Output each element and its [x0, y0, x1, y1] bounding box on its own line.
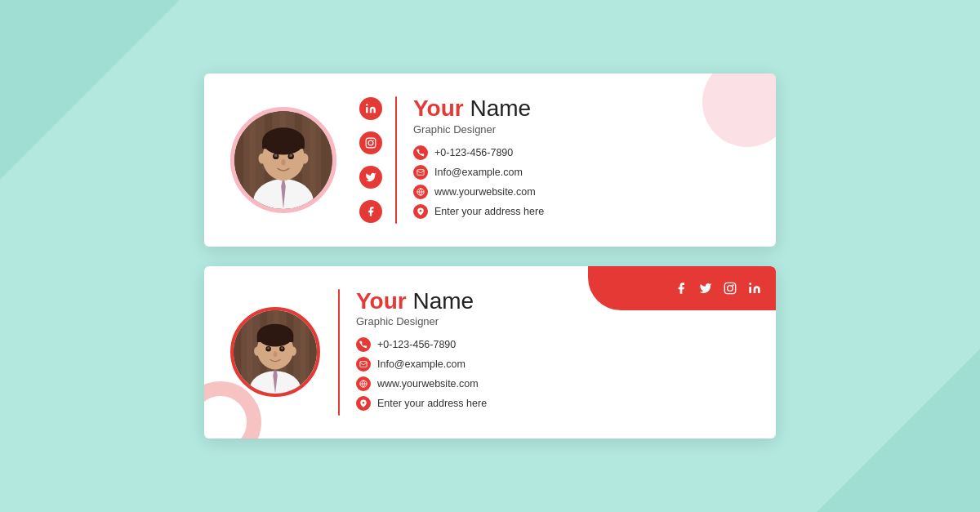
address-text-card2: Enter your address here	[377, 398, 487, 409]
svg-rect-41	[310, 310, 317, 394]
svg-rect-1	[234, 111, 243, 209]
svg-point-32	[733, 284, 734, 286]
website-row-card1: www.yourwebsite.com	[413, 185, 750, 199]
phone-row-card1: +0-123-456-7890	[413, 145, 750, 160]
bg-triangle-bottom-right	[817, 349, 980, 512]
divider-card1	[395, 96, 397, 224]
email-row-card1: Info@example.com	[413, 165, 750, 180]
twitter-icon-card1[interactable]	[359, 166, 382, 189]
address-text-card1: Enter your address here	[434, 206, 544, 217]
name-card1: Your Name	[413, 96, 750, 122]
address-icon-card1	[413, 204, 428, 219]
bg-triangle-top-left	[0, 0, 180, 180]
svg-rect-36	[247, 310, 252, 394]
phone-text-card2: +0-123-456-7890	[377, 339, 456, 350]
email-text-card1: Info@example.com	[434, 167, 523, 178]
instagram-icon-card2[interactable]	[724, 282, 737, 295]
svg-rect-23	[366, 138, 376, 148]
svg-point-17	[274, 154, 278, 157]
facebook-icon-card1[interactable]	[359, 200, 382, 223]
email-icon-card2	[356, 357, 371, 372]
social-icons-card1	[359, 97, 382, 223]
svg-rect-30	[724, 283, 735, 293]
svg-rect-7	[321, 111, 332, 209]
linkedin-icon-card2[interactable]	[748, 282, 761, 295]
divider-card2	[338, 289, 340, 416]
svg-point-51	[267, 347, 270, 349]
svg-point-53	[274, 352, 278, 357]
avatar-image-card2	[234, 310, 317, 394]
svg-rect-2	[249, 111, 255, 209]
phone-icon-card1	[413, 145, 428, 160]
website-text-card2: www.yourwebsite.com	[377, 378, 479, 390]
avatar-wrap-card1	[230, 107, 336, 213]
svg-rect-35	[234, 310, 241, 394]
avatar-card1	[230, 107, 336, 213]
svg-rect-14	[262, 141, 305, 149]
address-icon-card2	[356, 396, 371, 411]
svg-point-13	[262, 127, 305, 154]
website-icon-card2	[356, 376, 371, 391]
svg-point-18	[289, 154, 292, 157]
linkedin-icon-card1[interactable]	[359, 97, 382, 120]
svg-rect-56	[360, 362, 367, 367]
email-text-card2: Info@example.com	[377, 358, 466, 370]
svg-point-21	[301, 153, 308, 163]
svg-point-31	[728, 285, 733, 291]
cards-container: Your Name Graphic Designer +0-123-456-78…	[204, 73, 776, 439]
phone-text-card1: +0-123-456-7890	[434, 147, 513, 158]
svg-point-22	[366, 104, 368, 105]
svg-point-52	[281, 347, 283, 349]
svg-point-29	[420, 209, 422, 211]
facebook-icon-card2[interactable]	[675, 282, 688, 295]
twitter-icon-card2[interactable]	[699, 282, 712, 295]
info-section-card1: Your Name Graphic Designer +0-123-456-78…	[413, 96, 750, 224]
svg-point-55	[291, 347, 296, 356]
svg-rect-40	[301, 310, 305, 394]
title-card1: Graphic Designer	[413, 123, 750, 136]
svg-rect-48	[257, 336, 294, 342]
phone-icon-card2	[356, 337, 371, 352]
website-text-card1: www.yourwebsite.com	[434, 186, 536, 198]
svg-point-25	[373, 140, 374, 140]
svg-rect-26	[417, 169, 424, 175]
website-row-card2: www.yourwebsite.com	[356, 376, 750, 391]
red-banner-card2	[588, 266, 776, 310]
svg-point-33	[749, 283, 751, 285]
email-signature-card-1: Your Name Graphic Designer +0-123-456-78…	[204, 73, 776, 247]
avatar-card2	[230, 307, 320, 397]
svg-point-20	[259, 153, 266, 163]
svg-point-59	[363, 402, 365, 404]
phone-row-card2: +0-123-456-7890	[356, 337, 750, 352]
website-icon-card1	[413, 185, 428, 199]
avatar-image-card1	[234, 111, 332, 209]
avatar-wrap-card2	[230, 307, 320, 397]
address-row-card2: Enter your address here	[356, 396, 750, 411]
svg-point-19	[281, 159, 286, 165]
title-card2: Graphic Designer	[356, 315, 750, 327]
svg-point-24	[368, 140, 373, 145]
svg-point-54	[254, 347, 260, 356]
instagram-icon-card1[interactable]	[359, 131, 382, 154]
email-icon-card1	[413, 165, 428, 180]
address-row-card1: Enter your address here	[413, 204, 750, 219]
email-row-card2: Info@example.com	[356, 357, 750, 372]
email-signature-card-2: Your Name Graphic Designer +0-123-456-78…	[204, 266, 776, 439]
